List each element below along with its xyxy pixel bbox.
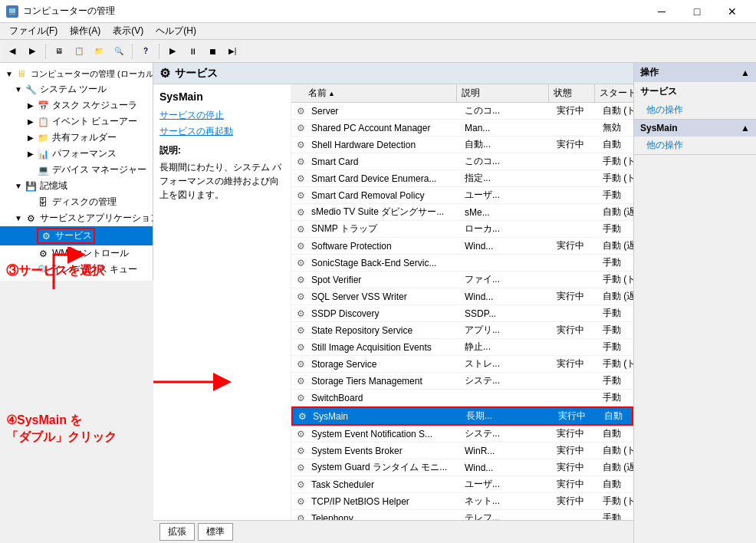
service-row-icon: ⚙ <box>296 410 308 423</box>
table-row[interactable]: ⚙ Task Scheduler ユーザ... 実行中 自動 <box>291 476 633 493</box>
table-row[interactable]: ⚙ SQL Server VSS Writer Wind... 実行中 自動 (… <box>291 288 633 305</box>
table-row[interactable]: ⚙ Software Protection Wind... 実行中 自動 (遅延… <box>291 238 633 255</box>
service-row-icon: ⚙ <box>294 445 307 457</box>
sysmain-section: SysMain ▲ 他の操作 <box>634 120 756 155</box>
services-list[interactable]: 名前▲ 説明 状態 スタートアップの種 ⚙ Server このコ... 実行中 … <box>291 84 633 520</box>
menu-help[interactable]: ヘルプ(H) <box>150 23 202 39</box>
table-row[interactable]: ⚙ Smart Card Removal Policy ユーザ... 手動 <box>291 187 633 204</box>
sysmain-collapse-icon[interactable]: ▲ <box>741 123 750 133</box>
tree-system-tools[interactable]: ▼ 🔧 システム ツール <box>0 81 153 97</box>
tab-standard[interactable]: 標準 <box>198 523 233 541</box>
service-status-cell: 実行中 <box>552 322 598 338</box>
service-desc-cell: 自動... <box>460 137 552 153</box>
table-row[interactable]: ⚙ System Events Broker WinR... 実行中 自動 (ト… <box>291 443 633 459</box>
toolbar-btn-1[interactable]: 🖥 <box>50 42 68 61</box>
stop-service-link[interactable]: サービスの停止 <box>159 109 284 122</box>
table-row[interactable]: ⚙ SSDP Discovery SSDP... 手動 <box>291 305 633 322</box>
menu-view[interactable]: 表示(V) <box>107 23 150 39</box>
table-row[interactable]: ⚙ Smart Card このコ... 手動 (トリガー隠 <box>291 153 633 170</box>
table-row[interactable]: ⚙ System Event Notification S... システ... … <box>291 426 633 443</box>
col-header-desc[interactable]: 説明 <box>457 84 549 102</box>
table-row[interactable]: ⚙ Spot Verifier ファイ... 手動 (トリガー隠 <box>291 272 633 288</box>
service-row-icon: ⚙ <box>294 341 307 354</box>
table-row[interactable]: ⚙ Still Image Acquisition Events 静止... 手… <box>291 339 633 356</box>
minimize-button[interactable]: ─ <box>644 0 679 23</box>
tree-services-apps[interactable]: ▼ ⚙ サービスとアプリケーション <box>0 210 153 226</box>
other-ops-1[interactable]: 他の操作 <box>634 101 756 119</box>
forward-button[interactable]: ▶ <box>23 42 41 61</box>
service-name-cell: Storage Tiers Management <box>307 374 460 388</box>
service-status-cell: 実行中 <box>552 288 598 304</box>
table-row[interactable]: ⚙ System Guard ランタイム モニ... Wind... 実行中 自… <box>291 459 633 476</box>
col-header-startup[interactable]: スタートアップの種 <box>595 84 633 102</box>
play-button[interactable]: ▶ <box>163 42 182 61</box>
service-name-cell: Smart Card Removal Policy <box>307 189 460 202</box>
col-header-status[interactable]: 状態 <box>549 84 595 102</box>
toolbar-btn-2[interactable]: 📋 <box>70 42 88 61</box>
toolbar-btn-4[interactable]: 🔍 <box>110 42 128 61</box>
maximize-button[interactable]: □ <box>679 0 715 23</box>
service-startup-cell: 手動 <box>598 390 633 406</box>
table-row[interactable]: ⚙ Shared PC Account Manager Man... 無効 <box>291 120 633 137</box>
table-row[interactable]: ⚙ sMedio TV Suite ダビングサー... sMe... 自動 (遅… <box>291 204 633 221</box>
table-row[interactable]: ⚙ Shell Hardware Detection 自動... 実行中 自動 <box>291 137 633 153</box>
service-status-cell: 実行中 <box>552 476 598 492</box>
close-button[interactable]: ✕ <box>715 0 750 23</box>
service-startup-cell: 手動 (トリガー隠 <box>598 493 633 509</box>
table-row[interactable]: ⚙ SonicStage Back-End Servic... 手動 <box>291 255 633 272</box>
table-row[interactable]: ⚙ Storage Service ストレ... 実行中 手動 (トリガー隠 <box>291 356 633 373</box>
other-ops-2[interactable]: 他の操作 <box>634 137 756 154</box>
service-name-cell: Shell Hardware Detection <box>307 138 460 152</box>
service-name-cell: Task Scheduler <box>307 478 460 492</box>
restart-button[interactable]: ▶| <box>223 42 242 61</box>
service-row-icon: ⚙ <box>294 105 307 117</box>
service-name-cell: SwitchBoard <box>307 391 460 405</box>
toolbar-separator-3 <box>159 44 159 59</box>
table-row[interactable]: ⚙ Server このコ... 実行中 自動 (トリガー隠 <box>291 103 633 120</box>
pause-button[interactable]: ⏸ <box>183 42 202 61</box>
back-button[interactable]: ◀ <box>3 42 21 61</box>
tree-shared-folders[interactable]: ▶ 📁 共有フォルダー <box>0 130 153 146</box>
col-header-name[interactable]: 名前▲ <box>304 84 457 102</box>
service-status-cell <box>552 517 598 520</box>
toolbar-separator-2 <box>132 44 133 59</box>
expand-task: ▶ <box>25 101 37 110</box>
tree-performance[interactable]: ▶ 📊 パフォーマンス <box>0 146 153 162</box>
table-row[interactable]: ⚙ State Repository Service アプリ... 実行中 手動 <box>291 322 633 339</box>
menu-file[interactable]: ファイル(F) <box>3 23 64 39</box>
table-row[interactable]: ⚙ SNMP トラップ ローカ... 手動 <box>291 221 633 238</box>
tree-device-manager[interactable]: 💻 デバイス マネージャー <box>0 162 153 178</box>
stop-button[interactable]: ⏹ <box>203 42 222 61</box>
services-node-icon: ⚙ <box>40 230 52 242</box>
sysmain-header: SysMain ▲ <box>634 120 756 137</box>
tree-root[interactable]: ▼ 🖥 コンピューターの管理 (ローカル) <box>0 66 153 81</box>
table-row[interactable]: ⚙ Smart Card Device Enumera... 指定... 手動 … <box>291 170 633 187</box>
tree-index[interactable]: 🔍 インデックス キュー <box>0 262 153 278</box>
service-row-icon: ⚙ <box>294 240 307 252</box>
toolbar-separator-1 <box>45 44 46 59</box>
service-name-cell: Telephony <box>307 512 460 521</box>
tree-wmi[interactable]: ⚙ WMI コントロール <box>0 245 153 262</box>
toolbar-btn-3[interactable]: 📁 <box>90 42 108 61</box>
tree-storage[interactable]: ▼ 💾 記憶域 <box>0 178 153 194</box>
tab-extended[interactable]: 拡張 <box>159 523 195 541</box>
restart-service-link[interactable]: サービスの再起動 <box>159 125 284 138</box>
sort-arrow: ▲ <box>328 90 335 97</box>
selected-service-name: SysMain <box>159 90 284 103</box>
performance-icon: 📊 <box>37 148 49 160</box>
table-row[interactable]: ⚙ SwitchBoard 手動 <box>291 390 633 406</box>
service-startup-cell: 自動 <box>598 476 633 492</box>
collapse-icon[interactable]: ▲ <box>741 67 750 78</box>
left-panel: ▼ 🖥 コンピューターの管理 (ローカル) ▼ 🔧 システム ツール ▶ 📅 タ… <box>0 63 153 281</box>
table-row[interactable]: ⚙ SysMain 長期... 実行中 自動 <box>291 406 633 426</box>
tree-disk-management[interactable]: 🗄 ディスクの管理 <box>0 194 153 210</box>
table-row[interactable]: ⚙ TCP/IP NetBIOS Helper ネット... 実行中 手動 (ト… <box>291 493 633 510</box>
menu-action[interactable]: 操作(A) <box>64 23 107 39</box>
table-row[interactable]: ⚙ Storage Tiers Management システ... 手動 <box>291 373 633 390</box>
tree-task-scheduler[interactable]: ▶ 📅 タスク スケジューラ <box>0 97 153 114</box>
help-button[interactable]: ? <box>136 42 155 61</box>
tree-event-viewer[interactable]: ▶ 📋 イベント ビューアー <box>0 114 153 130</box>
tree-services-node[interactable]: ⚙ サービス <box>0 226 153 245</box>
service-desc-cell: このコ... <box>460 103 552 119</box>
table-row[interactable]: ⚙ Telephony テレフ... 手動 <box>291 510 633 520</box>
